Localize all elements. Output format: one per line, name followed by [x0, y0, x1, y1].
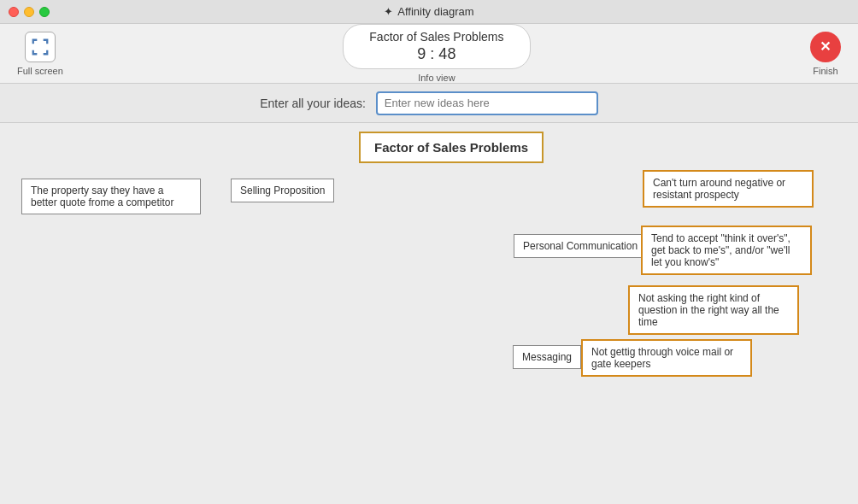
finish-section: Finish	[810, 32, 841, 76]
maximize-button[interactable]	[39, 7, 50, 17]
ideas-label: Enter all your ideas:	[260, 97, 366, 110]
info-pill: Factor of Sales Problems 9 : 48	[343, 24, 531, 69]
ideas-input[interactable]	[376, 91, 598, 115]
fullscreen-label: Full screen	[17, 66, 63, 76]
card-card2[interactable]: Selling Proposition	[231, 179, 334, 202]
card-card5[interactable]: Tend to accept "think it over's", get ba…	[641, 226, 812, 275]
ideas-bar: Enter all your ideas:	[0, 84, 858, 123]
card-card3[interactable]: Can't turn around negative or resistant …	[643, 170, 814, 208]
card-card1[interactable]: The property say they have a better quot…	[21, 179, 201, 214]
session-title: Factor of Sales Problems	[369, 30, 504, 44]
info-view-label: Info view	[418, 73, 455, 83]
card-center[interactable]: Factor of Sales Problems	[359, 132, 544, 163]
canvas: Factor of Sales ProblemsThe property say…	[0, 123, 858, 504]
fullscreen-section: Full screen	[17, 32, 63, 76]
card-card4[interactable]: Personal Communication	[514, 234, 647, 258]
finish-label: Finish	[813, 66, 837, 76]
app-title: ✦ Affinity diagram	[384, 5, 473, 18]
minimize-button[interactable]	[24, 7, 34, 17]
card-card7[interactable]: Messaging	[513, 345, 581, 369]
card-card6[interactable]: Not asking the right kind of question in…	[628, 285, 799, 335]
fullscreen-button[interactable]	[25, 32, 56, 62]
fullscreen-icon	[31, 38, 50, 56]
card-card8[interactable]: Not gettig through voice mail or gate ke…	[581, 339, 752, 377]
affinity-icon: ✦	[384, 5, 393, 18]
toolbar: Full screen Factor of Sales Problems 9 :…	[0, 24, 858, 84]
info-center: Factor of Sales Problems 9 : 48 Info vie…	[343, 24, 531, 83]
timer-display: 9 : 48	[369, 45, 504, 63]
close-button[interactable]	[9, 7, 19, 17]
title-bar: ✦ Affinity diagram	[0, 0, 858, 24]
traffic-lights	[9, 7, 50, 17]
finish-button[interactable]	[810, 32, 841, 62]
